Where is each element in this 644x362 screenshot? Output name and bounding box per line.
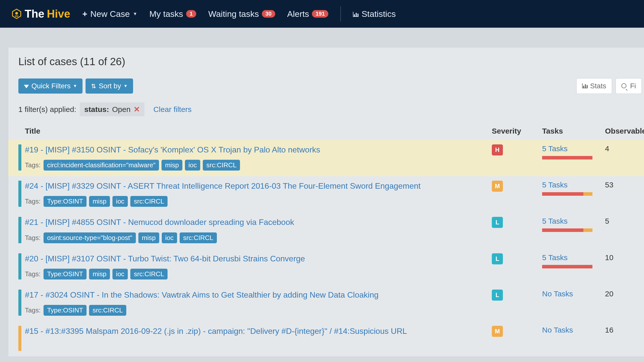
nav-label: My tasks — [149, 9, 183, 19]
observables-count[interactable]: 5 — [605, 217, 644, 225]
severity-badge: M — [492, 326, 503, 337]
nav-alerts[interactable]: Alerts 191 — [287, 9, 329, 19]
tag[interactable]: ioc — [112, 269, 128, 279]
chevron-down-icon: ▼ — [133, 11, 137, 17]
severity-badge: H — [492, 144, 503, 155]
tag-list: Tags:Type:OSINTmispiocsrc:CIRCL — [25, 196, 487, 207]
row-body: #17 - #3024 OSINT - In the Shadows: Vawt… — [21, 290, 492, 316]
tasks-link[interactable]: 5 Tasks — [542, 144, 568, 153]
row-stripe — [18, 253, 21, 279]
navbar: TheHive New Case ▼ My tasks 1 Waiting ta… — [0, 0, 644, 28]
nav-label: New Case — [90, 9, 130, 19]
toolbar: Quick Filters ▼ Sort by ▼ Stats Fi — [8, 74, 644, 102]
nav-label: Waiting tasks — [208, 9, 259, 19]
case-title-link[interactable]: #19 - [MISP] #3150 OSINT - Sofacy's 'Kom… — [25, 145, 320, 154]
hive-icon — [11, 8, 22, 19]
search-icon — [621, 82, 628, 90]
col-severity: Severity — [492, 127, 542, 135]
tag[interactable]: src:CIRCL — [89, 305, 126, 316]
case-title-link[interactable]: #21 - [MISP] #4855 OSINT - Nemucod downl… — [25, 218, 294, 227]
badge: 30 — [262, 10, 275, 18]
tag-list: Tags:Type:OSINTmispiocsrc:CIRCL — [25, 269, 487, 279]
case-title-link[interactable]: #20 - [MISP] #3107 OSINT - Turbo Twist: … — [25, 254, 305, 263]
sort-by-button[interactable]: Sort by ▼ — [86, 78, 133, 94]
badge: 191 — [312, 10, 328, 18]
nav-my-tasks[interactable]: My tasks 1 — [149, 9, 196, 19]
case-title-link[interactable]: #17 - #3024 OSINT - In the Shadows: Vawt… — [25, 290, 379, 299]
case-title-link[interactable]: #24 - [MISP] #3329 OSINT - ASERT Threat … — [25, 181, 421, 190]
button-label: Sort by — [99, 82, 121, 90]
tag[interactable]: circl:incident-classification="malware" — [44, 160, 159, 171]
button-label: Fi — [630, 82, 636, 90]
tag[interactable]: Type:OSINT — [44, 196, 87, 207]
app-logo[interactable]: TheHive — [11, 8, 70, 20]
table-row: #24 - [MISP] #3329 OSINT - ASERT Threat … — [8, 176, 644, 212]
tasks-cell: No Tasks — [542, 326, 605, 334]
tag[interactable]: Type:OSINT — [44, 269, 87, 279]
severity-cell: M — [492, 181, 542, 192]
col-title: Title — [21, 127, 492, 135]
severity-cell: L — [492, 290, 542, 301]
case-title-link[interactable]: #15 - #13:#3395 Malspam 2016-09-22 (.js … — [25, 327, 407, 336]
tag[interactable]: osint:source-type="blog-post" — [44, 232, 136, 243]
row-stripe — [18, 217, 21, 243]
chart-icon — [353, 9, 358, 19]
tasks-link[interactable]: No Tasks — [542, 326, 573, 334]
observables-count[interactable]: 16 — [605, 326, 644, 334]
remove-filter-icon[interactable]: ✕ — [134, 105, 140, 114]
quick-filters-button[interactable]: Quick Filters ▼ — [18, 78, 83, 94]
new-case-button[interactable]: New Case ▼ — [82, 9, 137, 19]
tag-list: Tags:circl:incident-classification="malw… — [25, 160, 487, 171]
chart-icon — [582, 82, 588, 90]
tasks-link[interactable]: No Tasks — [542, 290, 573, 298]
tags-label: Tags: — [25, 306, 41, 314]
tag[interactable]: src:CIRCL — [203, 160, 240, 171]
severity-badge: M — [492, 181, 503, 192]
tag[interactable]: misp — [138, 232, 159, 243]
tag[interactable]: misp — [89, 269, 110, 279]
tag[interactable]: src:CIRCL — [130, 196, 168, 207]
table-row: #19 - [MISP] #3150 OSINT - Sofacy's 'Kom… — [8, 140, 644, 176]
observables-count[interactable]: 20 — [605, 290, 644, 298]
tag-list: Tags:Type:OSINTsrc:CIRCL — [25, 305, 487, 316]
tag[interactable]: ioc — [112, 196, 128, 207]
tasks-link[interactable]: 5 Tasks — [542, 253, 568, 262]
row-stripe — [18, 326, 21, 351]
plus-icon — [82, 9, 87, 19]
tag[interactable]: misp — [162, 160, 182, 171]
funnel-icon — [24, 82, 29, 90]
clear-filters-link[interactable]: Clear filters — [153, 105, 192, 114]
tag[interactable]: src:CIRCL — [130, 269, 168, 279]
find-button[interactable]: Fi — [616, 78, 642, 94]
button-label: Stats — [590, 82, 606, 90]
nav-statistics[interactable]: Statistics — [353, 9, 396, 19]
nav-waiting-tasks[interactable]: Waiting tasks 30 — [208, 9, 275, 19]
page-title: List of cases (11 of 26) — [8, 48, 644, 74]
tags-label: Tags: — [25, 161, 41, 169]
tag[interactable]: src:CIRCL — [180, 232, 217, 243]
tasks-link[interactable]: 5 Tasks — [542, 181, 568, 189]
tasks-link[interactable]: 5 Tasks — [542, 217, 568, 225]
chevron-down-icon: ▼ — [124, 84, 128, 88]
table-row: #21 - [MISP] #4855 OSINT - Nemucod downl… — [8, 212, 644, 249]
tag[interactable]: Type:OSINT — [44, 305, 87, 316]
observables-count[interactable]: 10 — [605, 253, 644, 262]
col-observables: Observables — [605, 127, 644, 135]
tags-label: Tags: — [25, 234, 41, 242]
table-row: #15 - #13:#3395 Malspam 2016-09-22 (.js … — [8, 321, 644, 356]
observables-count[interactable]: 4 — [605, 144, 644, 153]
task-progress-bar — [542, 192, 592, 196]
severity-badge: L — [492, 217, 503, 228]
tag[interactable]: ioc — [185, 160, 200, 171]
stats-button[interactable]: Stats — [576, 78, 612, 94]
row-body: #19 - [MISP] #3150 OSINT - Sofacy's 'Kom… — [21, 144, 492, 171]
tag[interactable]: ioc — [162, 232, 177, 243]
tag[interactable]: misp — [89, 196, 110, 207]
table-row: #20 - [MISP] #3107 OSINT - Turbo Twist: … — [8, 249, 644, 285]
filter-key: status: — [84, 105, 109, 114]
row-stripe — [18, 290, 21, 316]
observables-count[interactable]: 53 — [605, 181, 644, 189]
tag-list: Tags:osint:source-type="blog-post"mispio… — [25, 232, 487, 243]
filter-value: Open — [112, 105, 130, 114]
tags-label: Tags: — [25, 197, 41, 205]
